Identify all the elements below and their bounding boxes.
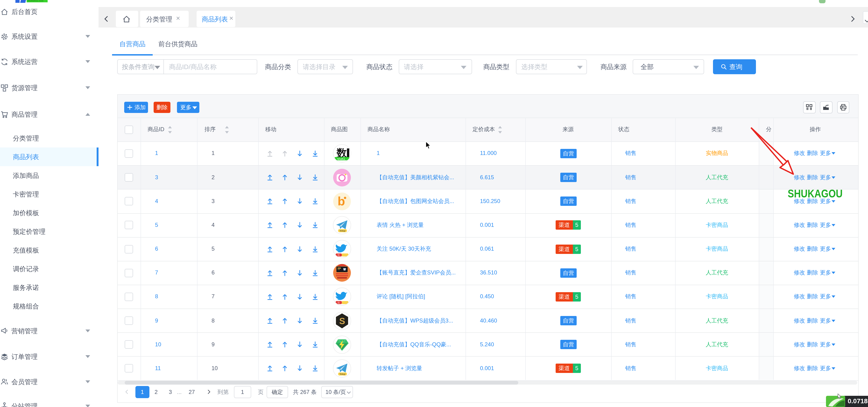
svg-text:b: b <box>338 194 345 208</box>
svg-text:Telegr: Telegr <box>339 229 346 232</box>
svg-text:Telegr: Telegr <box>339 373 346 375</box>
svg-text:S: S <box>339 316 345 326</box>
svg-text:ShuKa: ShuKa <box>337 158 345 161</box>
svg-text:注: 注 <box>337 302 340 304</box>
svg-text:注: 注 <box>337 254 340 256</box>
svg-text:数: 数 <box>336 147 347 159</box>
